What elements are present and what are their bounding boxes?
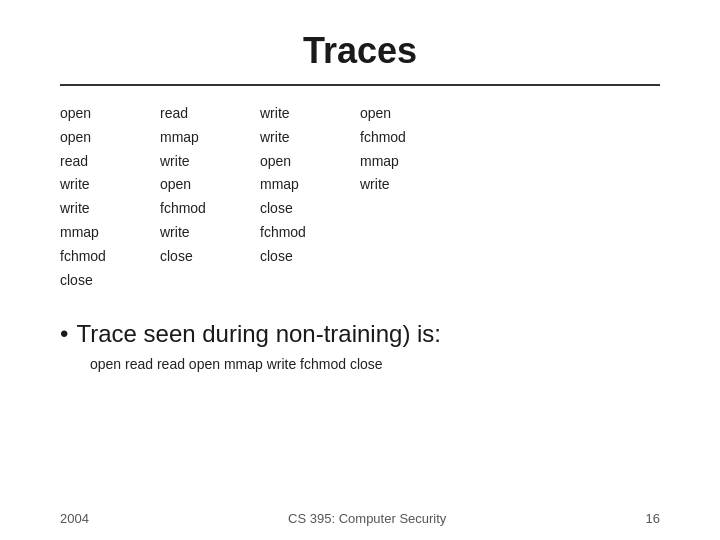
trace-item: read: [160, 102, 240, 126]
trace-column-3: writewriteopenmmapclosefchmodclose: [260, 102, 360, 292]
trace-item: read: [60, 150, 140, 174]
trace-item: close: [60, 269, 140, 293]
footer-year: 2004: [60, 511, 89, 526]
trace-column-4: openfchmodmmapwrite: [360, 102, 460, 292]
trace-item: mmap: [360, 150, 440, 174]
trace-item: mmap: [160, 126, 240, 150]
trace-item: write: [60, 197, 140, 221]
trace-item: fchmod: [160, 197, 240, 221]
bullet-text: Trace seen during non-training) is:: [76, 318, 441, 349]
trace-item: mmap: [60, 221, 140, 245]
trace-item: write: [60, 173, 140, 197]
slide: Traces openopenreadwritewritemmapfchmodc…: [0, 0, 720, 540]
trace-item: write: [160, 150, 240, 174]
trace-item: fchmod: [360, 126, 440, 150]
trace-item: fchmod: [60, 245, 140, 269]
traces-section: openopenreadwritewritemmapfchmodclose re…: [60, 102, 660, 292]
slide-title: Traces: [60, 30, 660, 72]
trace-item: write: [260, 126, 340, 150]
footer-page: 16: [646, 511, 660, 526]
trace-item: open: [360, 102, 440, 126]
bullet-dot: •: [60, 318, 68, 349]
trace-item: open: [160, 173, 240, 197]
trace-item: open: [60, 126, 140, 150]
trace-item: close: [160, 245, 240, 269]
footer-course: CS 395: Computer Security: [288, 511, 446, 526]
trace-item: write: [160, 221, 240, 245]
trace-item: open: [60, 102, 140, 126]
trace-item: open: [260, 150, 340, 174]
trace-item: close: [260, 245, 340, 269]
trace-item: close: [260, 197, 340, 221]
bullet-point: • Trace seen during non-training) is:: [60, 318, 660, 349]
trace-column-2: readmmapwriteopenfchmodwriteclose: [160, 102, 260, 292]
trace-column-1: openopenreadwritewritemmapfchmodclose: [60, 102, 160, 292]
bullet-section: • Trace seen during non-training) is: op…: [60, 318, 660, 371]
sub-text: open read read open mmap write fchmod cl…: [90, 356, 660, 372]
trace-item: mmap: [260, 173, 340, 197]
trace-item: fchmod: [260, 221, 340, 245]
trace-item: write: [360, 173, 440, 197]
trace-item: write: [260, 102, 340, 126]
divider: [60, 84, 660, 86]
footer: 2004 CS 395: Computer Security 16: [0, 511, 720, 526]
